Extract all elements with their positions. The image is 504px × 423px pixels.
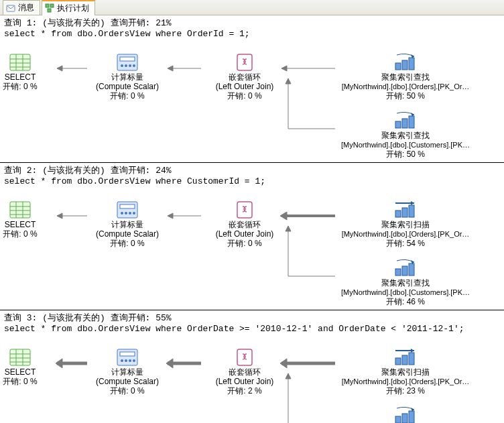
select-cost: 开销: 0 %: [0, 82, 67, 91]
select-icon: [0, 201, 67, 219]
plan-node-index-seek-customers[interactable]: 聚集索引查找 [MyNorthwind].[dbo].[Customers].[…: [328, 112, 483, 159]
select-title: SELECT: [0, 220, 67, 229]
plan-node-index-scan-orders[interactable]: 聚集索引扫描 [MyNorthwind].[dbo].[Orders].[PK_…: [328, 349, 483, 396]
query-2-sql: select * from dbo.OrdersView where Custo…: [0, 176, 504, 189]
svg-rect-18: [120, 57, 135, 61]
query-3-plan[interactable]: SELECT 开销: 0 % 计算标量 (Compute Scalar) 开销:…: [0, 337, 504, 423]
plan-node-index-seek-customers[interactable]: 聚集索引查找 [MyNorthwind].[dbo].[Customers].[…: [328, 407, 483, 423]
svg-rect-54: [409, 205, 414, 217]
seek2-detail: [MyNorthwind].[dbo].[Customers].[PK…: [328, 288, 483, 297]
select-cost: 开销: 0 %: [0, 377, 67, 386]
svg-rect-81: [395, 358, 401, 365]
seek-title: 聚集索引查找: [328, 72, 483, 82]
compute-sub: (Compute Scalar): [74, 82, 181, 91]
svg-rect-53: [402, 208, 407, 217]
compute-cost: 开销: 0 %: [74, 91, 181, 101]
svg-rect-83: [409, 353, 414, 365]
query-block-1: 查询 1: (与该批有关的) 查询开销: 21% select * from d…: [0, 15, 504, 163]
select-title: SELECT: [0, 367, 67, 377]
svg-marker-56: [411, 201, 414, 205]
query-1-header: 查询 1: (与该批有关的) 查询开销: 21%: [0, 15, 504, 29]
query-block-2: 查询 2: (与该批有关的) 查询开销: 24% select * from d…: [0, 163, 504, 310]
clustered-index-scan-icon: [328, 201, 483, 219]
compute-sub: (Compute Scalar): [74, 229, 181, 239]
plan-node-compute-scalar[interactable]: 计算标量 (Compute Scalar) 开销: 0 %: [74, 349, 181, 396]
svg-rect-30: [409, 116, 414, 128]
select-cost: 开销: 0 %: [0, 229, 67, 239]
svg-point-79: [133, 359, 135, 362]
clustered-index-seek-icon: [328, 407, 483, 423]
svg-rect-80: [237, 349, 252, 365]
svg-marker-85: [411, 349, 414, 353]
compute-cost: 开销: 0 %: [74, 239, 181, 248]
svg-rect-75: [120, 352, 135, 356]
seek-cost: 开销: 50 %: [328, 91, 483, 101]
nested-loop-icon: [191, 201, 298, 219]
scan-detail: [MyNorthwind].[dbo].[Orders].[PK_Or…: [328, 377, 483, 386]
svg-rect-58: [402, 266, 407, 276]
plan-node-select[interactable]: SELECT 开销: 0 %: [0, 349, 67, 386]
svg-point-20: [125, 64, 127, 67]
plan-node-index-seek-orders[interactable]: 聚集索引查找 [MyNorthwind].[dbo].[Orders].[PK_…: [328, 54, 483, 101]
query-2-plan[interactable]: SELECT 开销: 0 % 计算标量 (Compute Scalar) 开销:…: [0, 189, 504, 310]
svg-rect-59: [409, 263, 414, 276]
plan-node-index-seek-customers[interactable]: 聚集索引查找 [MyNorthwind].[dbo].[Customers].[…: [328, 259, 483, 306]
svg-rect-86: [395, 416, 401, 423]
svg-rect-52: [395, 210, 401, 217]
svg-point-47: [121, 212, 123, 215]
svg-rect-1: [46, 4, 49, 7]
loop-title: 嵌套循环: [191, 367, 298, 377]
select-icon: [0, 349, 67, 366]
svg-rect-28: [395, 121, 401, 128]
scan-title: 聚集索引扫描: [328, 220, 483, 229]
svg-rect-51: [237, 202, 252, 218]
compute-title: 计算标量: [74, 367, 181, 377]
compute-title: 计算标量: [74, 220, 181, 229]
query-2-header: 查询 2: (与该批有关的) 查询开销: 24%: [0, 163, 504, 176]
plan-node-select[interactable]: SELECT 开销: 0 %: [0, 54, 67, 91]
svg-point-19: [121, 64, 123, 67]
svg-point-78: [129, 359, 131, 362]
seek2-cost: 开销: 46 %: [328, 297, 483, 306]
plan-node-index-scan-orders[interactable]: 聚集索引扫描 [MyNorthwind].[dbo].[Orders].[PK_…: [328, 201, 483, 248]
tab-messages[interactable]: 消息: [3, 0, 40, 15]
svg-rect-39: [10, 202, 30, 218]
svg-rect-88: [409, 411, 414, 423]
seek2-title: 聚集索引查找: [328, 131, 483, 140]
compute-scalar-icon: [74, 201, 181, 219]
loop-title: 嵌套循环: [191, 220, 298, 229]
plan-node-compute-scalar[interactable]: 计算标量 (Compute Scalar) 开销: 0 %: [74, 54, 181, 101]
loop-sub: (Left Outer Join): [191, 229, 298, 239]
query-1-plan[interactable]: SELECT 开销: 0 % 计算标量 (Compute Scalar) 开销:…: [0, 42, 504, 162]
svg-rect-3: [48, 9, 51, 12]
svg-rect-24: [395, 63, 401, 70]
messages-icon: [6, 3, 15, 13]
svg-rect-82: [402, 355, 407, 365]
compute-title: 计算标量: [74, 72, 181, 82]
loop-cost: 开销: 0 %: [191, 91, 298, 101]
select-title: SELECT: [0, 72, 67, 82]
plan-node-nested-loop[interactable]: 嵌套循环 (Left Outer Join) 开销: 0 %: [191, 54, 298, 101]
execution-plan-panel: 查询 1: (与该批有关的) 查询开销: 21% select * from d…: [0, 15, 504, 423]
execution-plan-icon: [45, 3, 54, 13]
plan-node-select[interactable]: SELECT 开销: 0 %: [0, 201, 67, 239]
svg-point-50: [133, 212, 135, 215]
plan-node-compute-scalar[interactable]: 计算标量 (Compute Scalar) 开销: 0 %: [74, 201, 181, 248]
svg-rect-11: [10, 54, 30, 70]
loop-cost: 开销: 2 %: [191, 386, 298, 396]
compute-cost: 开销: 0 %: [74, 386, 181, 396]
svg-point-21: [129, 64, 131, 67]
compute-scalar-icon: [74, 349, 181, 366]
tab-execution-plan[interactable]: 执行计划: [42, 0, 95, 15]
plan-node-nested-loop[interactable]: 嵌套循环 (Left Outer Join) 开销: 2 %: [191, 349, 298, 396]
plan-node-nested-loop[interactable]: 嵌套循环 (Left Outer Join) 开销: 0 %: [191, 201, 298, 248]
seek2-detail: [MyNorthwind].[dbo].[Customers].[PK…: [328, 140, 483, 149]
scan-cost: 开销: 54 %: [328, 239, 483, 248]
select-icon: [0, 54, 67, 71]
seek-detail: [MyNorthwind].[dbo].[Orders].[PK_Or…: [328, 82, 483, 91]
nested-loop-icon: [191, 54, 298, 71]
svg-rect-25: [402, 60, 407, 70]
svg-rect-87: [402, 414, 407, 423]
loop-title: 嵌套循环: [191, 72, 298, 82]
scan-detail: [MyNorthwind].[dbo].[Orders].[PK_Or…: [328, 229, 483, 239]
